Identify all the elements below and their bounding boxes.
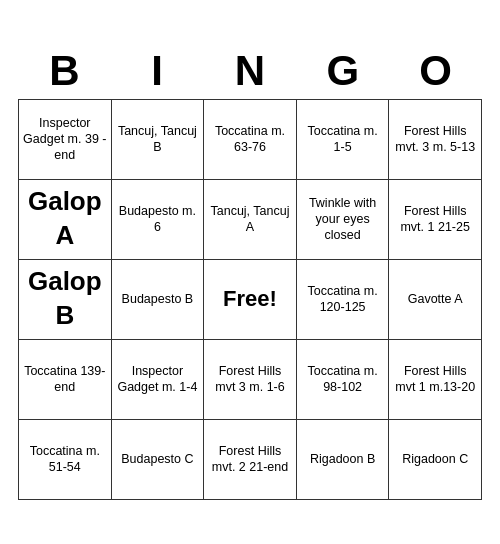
bingo-cell-9: Forest Hills mvt. 1 21-25	[389, 180, 482, 260]
bingo-cell-20: Toccatina m. 51-54	[19, 420, 112, 500]
bingo-cell-5: Galop A	[19, 180, 112, 260]
bingo-cell-0: Inspector Gadget m. 39 - end	[19, 100, 112, 180]
bingo-cell-21: Budapesto C	[112, 420, 205, 500]
bingo-cell-4: Forest Hills mvt. 3 m. 5-13	[389, 100, 482, 180]
bingo-cell-18: Toccatina m. 98-102	[297, 340, 390, 420]
bingo-cell-19: Forest Hills mvt 1 m.13-20	[389, 340, 482, 420]
bingo-card: B I N G O Inspector Gadget m. 39 - endTa…	[10, 36, 490, 507]
bingo-header: B I N G O	[18, 44, 482, 98]
header-n: N	[204, 44, 297, 98]
bingo-cell-3: Toccatina m. 1-5	[297, 100, 390, 180]
bingo-cell-15: Toccatina 139-end	[19, 340, 112, 420]
header-g: G	[296, 44, 389, 98]
bingo-cell-12: Free!	[204, 260, 297, 340]
bingo-cell-22: Forest Hills mvt. 2 21-end	[204, 420, 297, 500]
bingo-cell-23: Rigadoon B	[297, 420, 390, 500]
bingo-cell-6: Budapesto m. 6	[112, 180, 205, 260]
header-i: I	[111, 44, 204, 98]
bingo-cell-10: Galop B	[19, 260, 112, 340]
bingo-grid: Inspector Gadget m. 39 - endTancuj, Tanc…	[18, 99, 482, 500]
bingo-cell-17: Forest Hills mvt 3 m. 1-6	[204, 340, 297, 420]
bingo-cell-16: Inspector Gadget m. 1-4	[112, 340, 205, 420]
bingo-cell-2: Toccatina m. 63-76	[204, 100, 297, 180]
header-o: O	[389, 44, 482, 98]
bingo-cell-11: Budapesto B	[112, 260, 205, 340]
bingo-cell-8: Twinkle with your eyes closed	[297, 180, 390, 260]
bingo-cell-14: Gavotte A	[389, 260, 482, 340]
bingo-cell-7: Tancuj, Tancuj A	[204, 180, 297, 260]
bingo-cell-24: Rigadoon C	[389, 420, 482, 500]
bingo-cell-13: Toccatina m. 120-125	[297, 260, 390, 340]
header-b: B	[18, 44, 111, 98]
bingo-cell-1: Tancuj, Tancuj B	[112, 100, 205, 180]
